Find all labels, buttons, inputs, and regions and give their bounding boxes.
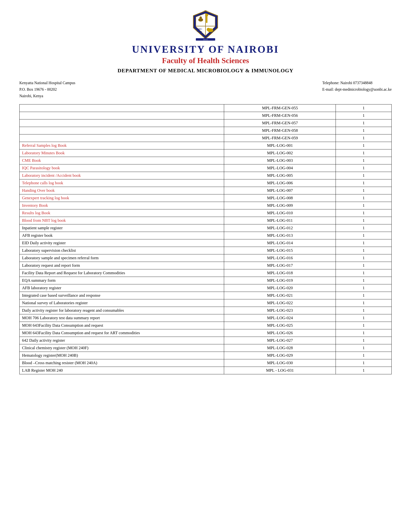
row-qty: 1	[336, 179, 392, 187]
row-code: MPL-FRM-GEN-057	[224, 119, 336, 127]
row-qty: 1	[336, 262, 392, 269]
row-qty: 1	[336, 134, 392, 142]
row-name: National survey of Laboratories register	[19, 299, 224, 307]
table-row: EQA summary formMPL-LOG-0191	[19, 277, 392, 284]
table-row: Laboratory request and report formMPL-LO…	[19, 262, 392, 269]
table-row: MPL-FRM-GEN-0591	[19, 134, 392, 142]
row-code: MPL-LOG-001	[224, 142, 336, 149]
table-row: AFB register bookMPL-LOG-0131	[19, 232, 392, 239]
row-qty: 1	[336, 277, 392, 284]
row-code: MPL-LOG-024	[224, 314, 336, 322]
row-qty: 1	[336, 284, 392, 292]
contact-phone: Telephone: Nairobi 0737348848	[322, 80, 392, 86]
row-name: Results log Book	[19, 209, 224, 217]
row-qty: 1	[336, 149, 392, 157]
table-row: MOH 643Facility Data Consumption and req…	[19, 329, 392, 337]
table-row: Inpatient sample registerMPL-LOG-0121	[19, 224, 392, 232]
row-qty: 1	[336, 322, 392, 329]
row-qty: 1	[336, 157, 392, 164]
row-code: MPL-LOG-027	[224, 337, 336, 344]
row-code: MPL-LOG-019	[224, 277, 336, 284]
table-row: CME BookMPL-LOG-0031	[19, 157, 392, 164]
row-name: Inventory Book	[19, 202, 224, 209]
row-code: MPL-LOG-008	[224, 194, 336, 202]
row-code: MPL-LOG-011	[224, 217, 336, 224]
row-code: MPL-LOG-020	[224, 284, 336, 292]
table-row: MOH 643Facility Data Consumption and req…	[19, 322, 392, 329]
row-qty: 1	[336, 299, 392, 307]
row-qty: 1	[336, 269, 392, 277]
table-row: MPL-FRM-GEN-0581	[19, 127, 392, 134]
row-qty: 1	[336, 112, 392, 119]
row-name: LAB Register MOH 240	[19, 367, 224, 374]
row-code: MPL-FRM-GEN-059	[224, 134, 336, 142]
table-row: Handing Over bookMPL-LOG-0071	[19, 187, 392, 194]
table-row: Genexpert tracking log bookMPL-LOG-0081	[19, 194, 392, 202]
row-name	[19, 112, 224, 119]
table-row: Blood from NBT log bookMPL-LOG-0111	[19, 217, 392, 224]
row-qty: 1	[336, 337, 392, 344]
row-name: Laboratory request and report form	[19, 262, 224, 269]
svg-rect-6	[206, 16, 207, 23]
row-code: MPL-LOG-017	[224, 262, 336, 269]
row-qty: 1	[336, 224, 392, 232]
row-code: MPL-FRM-GEN-058	[224, 127, 336, 134]
table-row: Clinical chemistry register (MOH 240F)MP…	[19, 344, 392, 352]
row-qty: 1	[336, 217, 392, 224]
row-code: MPL - LOG-031	[224, 367, 336, 374]
table-row: MOH 706 Laboratory test data summary rep…	[19, 314, 392, 322]
row-code: MPL-LOG-025	[224, 322, 336, 329]
row-name: AFB laboratory register	[19, 284, 224, 292]
row-name: CME Book	[19, 157, 224, 164]
row-qty: 1	[336, 232, 392, 239]
row-qty: 1	[336, 329, 392, 337]
table-row: Results log BookMPL-LOG-0101	[19, 209, 392, 217]
row-code: MPL-FRM-GEN-055	[224, 104, 336, 112]
svg-text:SERVICE: SERVICE	[203, 39, 208, 40]
row-qty: 1	[336, 307, 392, 314]
table-row: Laboratory Minutes BookMPL-LOG-0021	[19, 149, 392, 157]
table-row: Inventory BookMPL-LOG-0091	[19, 202, 392, 209]
row-qty: 1	[336, 119, 392, 127]
row-code: MPL-LOG-003	[224, 157, 336, 164]
page-header: SERVICE UNIVERSITY OF NAIROBI Faculty of…	[19, 10, 392, 74]
row-name: Clinical chemistry register (MOH 240F)	[19, 344, 224, 352]
row-qty: 1	[336, 367, 392, 374]
row-qty: 1	[336, 292, 392, 299]
row-code: MPL-LOG-014	[224, 239, 336, 247]
row-name: MOH 706 Laboratory test data summary rep…	[19, 314, 224, 322]
row-qty: 1	[336, 127, 392, 134]
row-name: Genexpert tracking log book	[19, 194, 224, 202]
row-qty: 1	[336, 187, 392, 194]
row-code: MPL-LOG-029	[224, 352, 336, 359]
row-name: Handing Over book	[19, 187, 224, 194]
table-row: MPL-FRM-GEN-0551	[19, 104, 392, 112]
university-crest: SERVICE	[191, 10, 220, 41]
row-name: Laboratory supervision checklist	[19, 247, 224, 254]
items-table: MPL-FRM-GEN-0551MPL-FRM-GEN-0561MPL-FRM-…	[19, 104, 392, 374]
table-row: National survey of Laboratories register…	[19, 299, 392, 307]
department-title: DEPARTMENT OF MEDICAL MICROBIOLOGY & IMM…	[19, 67, 392, 74]
contact-row: Kenyatta National Hospital Campus P.O. B…	[19, 80, 392, 99]
row-name: Facility Data Report and Request for Lab…	[19, 269, 224, 277]
row-name: Laboratory sample and specimen referral …	[19, 254, 224, 262]
row-name: 642 Daily activity register	[19, 337, 224, 344]
row-code: MPL-LOG-012	[224, 224, 336, 232]
row-qty: 1	[336, 142, 392, 149]
contact-right: Telephone: Nairobi 0737348848 E-mail: de…	[322, 80, 392, 99]
row-code: MPL-LOG-026	[224, 329, 336, 337]
row-code: MPL-LOG-006	[224, 179, 336, 187]
row-name: AFB register book	[19, 232, 224, 239]
row-name	[19, 134, 224, 142]
row-qty: 1	[336, 359, 392, 367]
row-qty: 1	[336, 172, 392, 179]
table-row: Referral Samples log BookMPL-LOG-0011	[19, 142, 392, 149]
table-row: Hematology register(MOH 240B)MPL-LOG-029…	[19, 352, 392, 359]
university-title: UNIVERSITY OF NAIROBI	[19, 44, 392, 55]
row-name: Inpatient sample register	[19, 224, 224, 232]
row-code: MPL-LOG-009	[224, 202, 336, 209]
row-qty: 1	[336, 344, 392, 352]
row-code: MPL-LOG-016	[224, 254, 336, 262]
row-code: MPL-LOG-022	[224, 299, 336, 307]
table-row: MPL-FRM-GEN-0571	[19, 119, 392, 127]
